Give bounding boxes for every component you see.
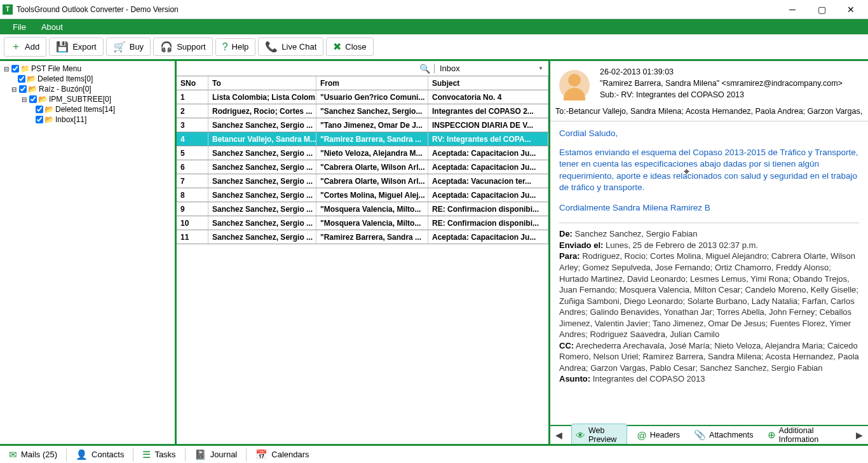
tree-ipm[interactable]: IPM_SUBTREE[0] bbox=[49, 95, 111, 104]
close-window-button[interactable]: ✕ bbox=[836, 0, 865, 19]
app-icon: T bbox=[3, 4, 13, 15]
table-row[interactable]: 4Betancur Vallejo, Sandra M..."Ramirez B… bbox=[177, 132, 548, 146]
folder-dropdown-value: Inbox bbox=[440, 64, 460, 73]
export-button[interactable]: 💾Export bbox=[49, 38, 104, 56]
cell-sno: 6 bbox=[177, 160, 208, 174]
close-icon: ✖ bbox=[333, 41, 341, 53]
cell-sno: 5 bbox=[177, 146, 208, 160]
cell-from: "Cabrera Olarte, Wilson Arl... bbox=[316, 174, 428, 188]
help-icon: ? bbox=[222, 41, 228, 53]
support-button[interactable]: 🎧Support bbox=[153, 38, 213, 56]
folder-icon: 📂 bbox=[38, 95, 48, 104]
preview-date: 26-02-2013 01:39:03 bbox=[600, 67, 863, 76]
message-grid[interactable]: SNo To From Subject 1Lista Colombia; Lis… bbox=[177, 76, 548, 444]
preview-header: 26-02-2013 01:39:03 "Ramirez Barrera, Sa… bbox=[550, 61, 868, 121]
cell-from: "Sanchez Sanchez, Sergio... bbox=[316, 104, 428, 118]
table-row[interactable]: 3Sanchez Sanchez, Sergio ..."Tano Jimene… bbox=[177, 118, 548, 132]
col-from[interactable]: From bbox=[316, 76, 428, 90]
bottom-mails[interactable]: ✉Mails (25) bbox=[4, 447, 62, 462]
livechat-button[interactable]: 📞Live Chat bbox=[258, 38, 323, 56]
tree-checkbox[interactable] bbox=[36, 106, 43, 113]
folder-icon: 📁 bbox=[20, 64, 30, 73]
cell-sno: 8 bbox=[177, 188, 208, 202]
menu-file[interactable]: File bbox=[5, 21, 34, 33]
table-row[interactable]: 8Sanchez Sanchez, Sergio ..."Cortes Moli… bbox=[177, 188, 548, 202]
tab-additional-info[interactable]: ⊕Additional Information bbox=[764, 424, 841, 444]
table-row[interactable]: 1Lista Colombia; Lista Colom..."Usuario … bbox=[177, 90, 548, 104]
tree-raiz[interactable]: Raíz - Buzón[0] bbox=[39, 85, 92, 93]
bottom-bar: ✉Mails (25) 👤Contacts ☰Tasks 📓Journal 📅C… bbox=[0, 444, 868, 463]
expand-icon[interactable]: ⊟ bbox=[10, 86, 18, 93]
cell-subject: RE: Confirmacion disponibi... bbox=[428, 216, 548, 230]
cell-from: "Tano Jimenez, Omar De J... bbox=[316, 118, 428, 132]
tree-checkbox[interactable] bbox=[29, 95, 37, 103]
close-button[interactable]: ✖Close bbox=[326, 38, 373, 56]
nav-right-icon[interactable]: ▶ bbox=[853, 430, 865, 440]
cell-sno: 9 bbox=[177, 202, 208, 216]
cell-from: "Cabrera Olarte, Wilson Arl... bbox=[316, 160, 428, 174]
minimize-button[interactable]: ─ bbox=[778, 0, 807, 19]
help-button[interactable]: ?Help bbox=[215, 38, 256, 56]
menu-about[interactable]: About bbox=[34, 21, 71, 33]
col-sno[interactable]: SNo bbox=[177, 76, 208, 90]
tree-inbox[interactable]: Inbox[11] bbox=[55, 115, 86, 124]
col-to[interactable]: To bbox=[208, 76, 316, 90]
table-row[interactable]: 2Rodriguez, Rocio; Cortes ..."Sanchez Sa… bbox=[177, 104, 548, 118]
menubar: File About bbox=[0, 19, 868, 34]
list-header: 🔍 Inbox ▼ bbox=[177, 61, 548, 76]
cell-to: Sanchez Sanchez, Sergio ... bbox=[208, 118, 316, 132]
preview-cc: CC: Arechederra Arechavala, José María; … bbox=[559, 340, 859, 374]
tree-deleted-14[interactable]: Deleted Items[14] bbox=[55, 105, 115, 114]
folder-icon: 📂 bbox=[44, 105, 54, 114]
expand-icon[interactable]: ⊟ bbox=[3, 66, 10, 73]
preview-asunto: Asunto: Integrantes del COPASO 2013 bbox=[559, 373, 859, 385]
tab-attachments[interactable]: 📎Attachments bbox=[690, 427, 757, 443]
tree-checkbox[interactable] bbox=[18, 75, 25, 83]
add-button[interactable]: ＋Add bbox=[4, 37, 46, 57]
cell-from: "Mosquera Valencia, Milto... bbox=[316, 216, 428, 230]
tree-checkbox[interactable] bbox=[19, 85, 27, 93]
tree-deleted-0[interactable]: Deleted Items[0] bbox=[37, 74, 93, 83]
cell-sno: 11 bbox=[177, 230, 208, 244]
table-row[interactable]: 10Sanchez Sanchez, Sergio ..."Mosquera V… bbox=[177, 216, 548, 230]
preview-signature: Cordialmente Sandra Milena Ramirez B bbox=[559, 202, 859, 214]
tree-checkbox[interactable] bbox=[11, 65, 19, 73]
avatar bbox=[559, 70, 590, 100]
bottom-contacts[interactable]: 👤Contacts bbox=[71, 447, 129, 462]
tab-headers[interactable]: @Headers bbox=[634, 428, 684, 443]
preview-tabs: ◀ 👁Web Preview @Headers 📎Attachments ⊕Ad… bbox=[550, 425, 868, 444]
save-icon: 💾 bbox=[56, 41, 69, 53]
table-row[interactable]: 7Sanchez Sanchez, Sergio ..."Cabrera Ola… bbox=[177, 174, 548, 188]
preview-de: De: Sanchez Sanchez, Sergio Fabian bbox=[559, 228, 859, 240]
bottom-calendars[interactable]: 📅Calendars bbox=[250, 447, 314, 462]
tab-web-preview[interactable]: 👁Web Preview bbox=[571, 424, 627, 444]
table-row[interactable]: 11Sanchez Sanchez, Sergio ..."Ramirez Ba… bbox=[177, 230, 548, 244]
bottom-journal[interactable]: 📓Journal bbox=[189, 447, 243, 462]
cell-subject: INSPECCION DIARIA DE V... bbox=[428, 118, 548, 132]
folder-dropdown[interactable]: Inbox ▼ bbox=[434, 64, 548, 73]
message-list-pane: 🔍 Inbox ▼ SNo To From Subject 1Lista Col… bbox=[177, 61, 550, 444]
window-title: ToolsGround Outlook Converter - Demo Ver… bbox=[17, 5, 778, 14]
folder-tree[interactable]: ⊟📁PST File Menu 📂Deleted Items[0] ⊟📂Raíz… bbox=[0, 61, 177, 444]
add-icon: ＋ bbox=[11, 40, 21, 53]
tree-root[interactable]: PST File Menu bbox=[31, 64, 81, 73]
table-row[interactable]: 6Sanchez Sanchez, Sergio ..."Cabrera Ola… bbox=[177, 160, 548, 174]
table-row[interactable]: 5Sanchez Sanchez, Sergio ..."Nieto Veloz… bbox=[177, 146, 548, 160]
preview-body[interactable]: Cordial Saludo, Estamos enviando el esqu… bbox=[550, 121, 868, 425]
main: ⊟📁PST File Menu 📂Deleted Items[0] ⊟📂Raíz… bbox=[0, 60, 868, 444]
nav-left-icon[interactable]: ◀ bbox=[553, 430, 565, 440]
tree-checkbox[interactable] bbox=[36, 116, 43, 123]
col-subject[interactable]: Subject bbox=[428, 76, 548, 90]
search-icon[interactable]: 🔍 bbox=[416, 64, 434, 74]
bottom-tasks[interactable]: ☰Tasks bbox=[137, 447, 180, 462]
maximize-button[interactable]: ▢ bbox=[807, 0, 836, 19]
table-row[interactable]: 9Sanchez Sanchez, Sergio ..."Mosquera Va… bbox=[177, 202, 548, 216]
buy-button[interactable]: 🛒Buy bbox=[106, 38, 151, 56]
search-input[interactable] bbox=[177, 64, 416, 73]
cell-from: "Ramirez Barrera, Sandra ... bbox=[316, 230, 428, 244]
preview-pane: 26-02-2013 01:39:03 "Ramirez Barrera, Sa… bbox=[550, 61, 868, 444]
preview-enviado: Enviado el: Lunes, 25 de Febrero de 2013… bbox=[559, 240, 859, 251]
expand-icon[interactable]: ⊟ bbox=[20, 96, 28, 103]
cell-from: "Mosquera Valencia, Milto... bbox=[316, 202, 428, 216]
cell-to: Betancur Vallejo, Sandra M... bbox=[208, 132, 316, 146]
